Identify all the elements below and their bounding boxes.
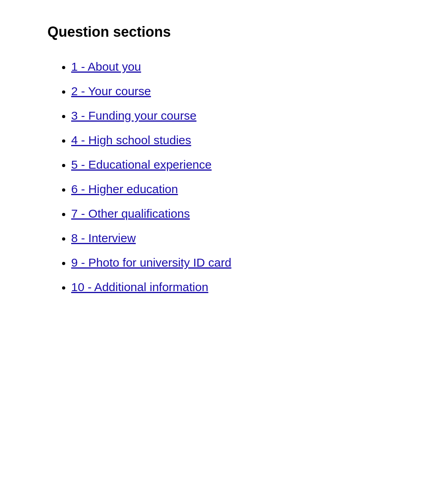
list-item: 7 - Other qualifications [71, 207, 380, 220]
list-item: 10 - Additional information [71, 280, 380, 294]
section-link-8[interactable]: 8 - Interview [71, 231, 136, 244]
page-title: Question sections [47, 24, 380, 40]
list-item: 5 - Educational experience [71, 158, 380, 171]
list-item: 1 - About you [71, 60, 380, 73]
list-item: 8 - Interview [71, 231, 380, 245]
section-link-10[interactable]: 10 - Additional information [71, 280, 208, 293]
section-link-5[interactable]: 5 - Educational experience [71, 158, 212, 171]
section-link-7[interactable]: 7 - Other qualifications [71, 207, 190, 220]
sections-list: 1 - About you2 - Your course3 - Funding … [47, 60, 380, 294]
list-item: 2 - Your course [71, 85, 380, 98]
section-link-3[interactable]: 3 - Funding your course [71, 109, 196, 122]
list-item: 4 - High school studies [71, 134, 380, 147]
section-link-9[interactable]: 9 - Photo for university ID card [71, 256, 231, 269]
list-item: 9 - Photo for university ID card [71, 256, 380, 269]
section-link-1[interactable]: 1 - About you [71, 60, 141, 73]
section-link-6[interactable]: 6 - Higher education [71, 182, 178, 196]
section-link-4[interactable]: 4 - High school studies [71, 134, 191, 147]
list-item: 6 - Higher education [71, 182, 380, 196]
list-item: 3 - Funding your course [71, 109, 380, 122]
section-link-2[interactable]: 2 - Your course [71, 85, 151, 98]
